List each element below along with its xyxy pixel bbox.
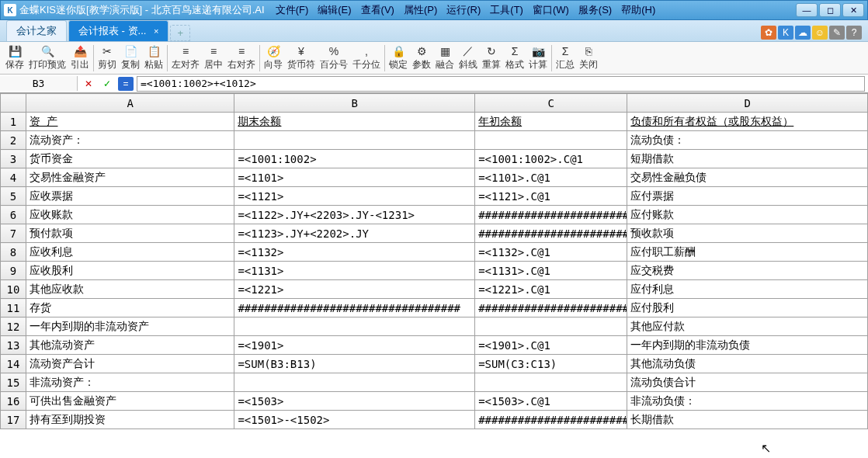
row-header[interactable]: 11 xyxy=(1,299,26,317)
tab-close-icon[interactable]: × xyxy=(154,26,158,36)
header-icon-edit[interactable]: ✎ xyxy=(829,26,845,40)
tab-new-button[interactable]: + xyxy=(170,25,190,41)
toolbar-右对齐[interactable]: ≡右对齐 xyxy=(225,43,258,72)
cell-A12[interactable]: 一年内到期的非流动资产 xyxy=(26,317,234,336)
cell-D16[interactable]: 非流动负债： xyxy=(627,392,868,411)
row-header[interactable]: 13 xyxy=(1,336,26,355)
cell-A5[interactable]: 应收票据 xyxy=(26,187,234,206)
header-icon-1[interactable]: ✿ xyxy=(761,26,776,40)
row-header[interactable]: 6 xyxy=(1,206,26,224)
row-header[interactable]: 8 xyxy=(1,243,26,262)
toolbar-百分号[interactable]: %百分号 xyxy=(318,43,350,72)
close-button[interactable]: ✕ xyxy=(842,3,864,17)
col-header-A[interactable]: A xyxy=(26,94,234,113)
toolbar-引出[interactable]: 📤引出 xyxy=(68,43,92,72)
toolbar-打印预览[interactable]: 🔍打印预览 xyxy=(26,43,68,72)
toolbar-粘贴[interactable]: 📋粘贴 xyxy=(142,43,165,72)
cell-B13[interactable]: =<1901> xyxy=(234,336,475,355)
tab-home[interactable]: 会计之家 xyxy=(6,20,67,41)
cell-D17[interactable]: 长期借款 xyxy=(627,411,868,429)
cell-D10[interactable]: 应付利息 xyxy=(627,280,868,299)
cell-A10[interactable]: 其他应收款 xyxy=(26,280,234,299)
cell-C10[interactable]: =<1221>.C@1 xyxy=(475,280,627,299)
menu-item[interactable]: 编辑(E) xyxy=(313,3,356,17)
row-header[interactable]: 5 xyxy=(1,187,26,206)
cell-C12[interactable] xyxy=(475,317,627,336)
cell-B6[interactable]: =<1122>.JY+<2203>.JY-<1231> xyxy=(234,206,475,224)
cell-B4[interactable]: =<1101> xyxy=(234,168,475,187)
toolbar-重算[interactable]: ↻重算 xyxy=(480,43,503,72)
header-icon-3[interactable]: ☁ xyxy=(795,26,811,40)
cell-D8[interactable]: 应付职工薪酬 xyxy=(627,243,868,262)
row-header[interactable]: 2 xyxy=(1,131,26,150)
toolbar-千分位[interactable]: ,千分位 xyxy=(350,43,383,72)
cell-A17[interactable]: 持有至到期投资 xyxy=(26,411,234,429)
menu-item[interactable]: 工具(T) xyxy=(485,3,528,17)
cell-D9[interactable]: 应交税费 xyxy=(627,262,868,280)
cell-reference[interactable]: B3 xyxy=(0,76,78,91)
cell-A6[interactable]: 应收账款 xyxy=(26,206,234,224)
cell-A3[interactable]: 货币资金 xyxy=(26,150,234,168)
toolbar-左对齐[interactable]: ≡左对齐 xyxy=(169,43,202,72)
cell-C2[interactable] xyxy=(475,131,627,150)
menu-item[interactable]: 服务(S) xyxy=(574,3,616,17)
cell-B12[interactable] xyxy=(234,317,475,336)
row-header[interactable]: 16 xyxy=(1,392,26,411)
cell-C15[interactable] xyxy=(475,373,627,392)
cell-C7[interactable]: ######################## xyxy=(475,224,627,243)
menu-item[interactable]: 帮助(H) xyxy=(616,3,660,17)
cell-D11[interactable]: 应付股利 xyxy=(627,299,868,317)
cell-A4[interactable]: 交易性金融资产 xyxy=(26,168,234,187)
cell-C6[interactable]: ######################## xyxy=(475,206,627,224)
formula-accept-icon[interactable]: ✓ xyxy=(99,77,115,91)
cell-B11[interactable]: ################################## xyxy=(234,299,475,317)
menu-item[interactable]: 属性(P) xyxy=(399,3,442,17)
cell-A15[interactable]: 非流动资产： xyxy=(26,373,234,392)
cell-C3[interactable]: =<1001:1002>.C@1 xyxy=(475,150,627,168)
cell-B14[interactable]: =SUM(B3:B13) xyxy=(234,355,475,373)
cell-C5[interactable]: =<1121>.C@1 xyxy=(475,187,627,206)
cell-A14[interactable]: 流动资产合计 xyxy=(26,355,234,373)
formula-equals-icon[interactable]: = xyxy=(118,77,134,91)
col-header-D[interactable]: D xyxy=(627,94,868,113)
cell-D15[interactable]: 流动负债合计 xyxy=(627,373,868,392)
toolbar-融合[interactable]: ▦融合 xyxy=(433,43,457,72)
row-header[interactable]: 15 xyxy=(1,373,26,392)
toolbar-汇总[interactable]: Σ汇总 xyxy=(554,43,577,72)
cell-B7[interactable]: =<1123>.JY+<2202>.JY xyxy=(234,224,475,243)
toolbar-剪切[interactable]: ✂剪切 xyxy=(95,43,119,72)
cell-B8[interactable]: =<1132> xyxy=(234,243,475,262)
menu-item[interactable]: 文件(F) xyxy=(271,3,314,17)
cell-D13[interactable]: 一年内到期的非流动负债 xyxy=(627,336,868,355)
select-all-corner[interactable] xyxy=(1,94,26,113)
cell-C9[interactable]: =<1131>.C@1 xyxy=(475,262,627,280)
cell-A9[interactable]: 应收股利 xyxy=(26,262,234,280)
cell-C16[interactable]: =<1503>.C@1 xyxy=(475,392,627,411)
cell-C4[interactable]: =<1101>.C@1 xyxy=(475,168,627,187)
cell-B10[interactable]: =<1221> xyxy=(234,280,475,299)
toolbar-参数[interactable]: ⚙参数 xyxy=(410,43,433,72)
toolbar-向导[interactable]: 🧭向导 xyxy=(262,43,285,72)
row-header[interactable]: 7 xyxy=(1,224,26,243)
cell-B17[interactable]: =<1501>-<1502> xyxy=(234,411,475,429)
row-header[interactable]: 1 xyxy=(1,113,26,131)
row-header[interactable]: 9 xyxy=(1,262,26,280)
row-header[interactable]: 14 xyxy=(1,355,26,373)
toolbar-斜线[interactable]: ／斜线 xyxy=(457,43,480,72)
cell-A2[interactable]: 流动资产： xyxy=(26,131,234,150)
cell-D6[interactable]: 应付账款 xyxy=(627,206,868,224)
cell-C1[interactable]: 年初余额 xyxy=(475,113,627,131)
toolbar-保存[interactable]: 💾保存 xyxy=(3,43,26,72)
formula-cancel-icon[interactable]: ✕ xyxy=(81,77,96,91)
cell-B16[interactable]: =<1503> xyxy=(234,392,475,411)
toolbar-复制[interactable]: 📄复制 xyxy=(119,43,142,72)
menu-item[interactable]: 查看(V) xyxy=(356,3,399,17)
row-header[interactable]: 12 xyxy=(1,317,26,336)
cell-B1[interactable]: 期末余额 xyxy=(234,113,475,131)
header-icon-smile[interactable]: ☺ xyxy=(812,26,828,40)
cell-D12[interactable]: 其他应付款 xyxy=(627,317,868,336)
cell-A7[interactable]: 预付款项 xyxy=(26,224,234,243)
cell-A16[interactable]: 可供出售金融资产 xyxy=(26,392,234,411)
cell-A1[interactable]: 资 产 xyxy=(26,113,234,131)
header-icon-2[interactable]: K xyxy=(778,26,793,40)
